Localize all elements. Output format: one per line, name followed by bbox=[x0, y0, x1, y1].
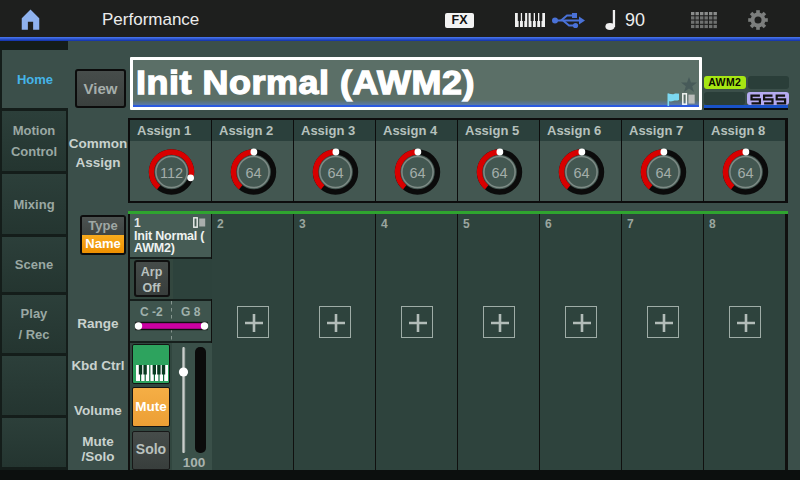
svg-text:64: 64 bbox=[491, 165, 507, 181]
svg-text:64: 64 bbox=[655, 165, 671, 181]
svg-text:64: 64 bbox=[327, 165, 343, 181]
svg-text:64: 64 bbox=[409, 165, 425, 181]
svg-text:64: 64 bbox=[245, 165, 261, 181]
svg-text:112: 112 bbox=[160, 165, 183, 181]
svg-text:64: 64 bbox=[737, 165, 753, 181]
svg-text:64: 64 bbox=[573, 165, 589, 181]
